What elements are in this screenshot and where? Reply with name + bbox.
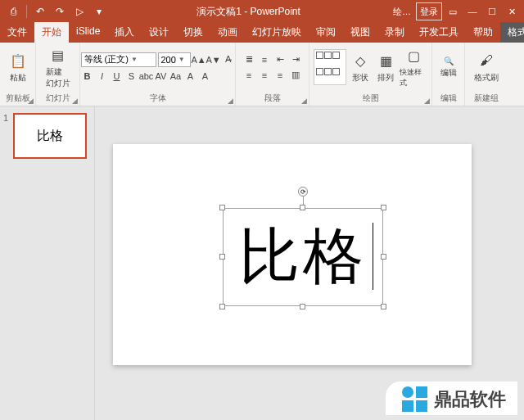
title-bar: ⎙ ↶ ↷ ▷ ▾ 演示文稿1 - PowerPoint 绘… 登录 ▭ — ☐… — [0, 0, 524, 23]
arrange-icon: ▦ — [376, 51, 395, 70]
align-left-icon[interactable]: ≡ — [242, 69, 255, 82]
minimize-icon[interactable]: — — [463, 2, 481, 20]
arrange-button[interactable]: ▦排列 — [374, 51, 397, 84]
thumbnail-preview[interactable]: 比格 — [13, 113, 87, 159]
dialog-launcher-icon[interactable]: ◢ — [301, 97, 307, 105]
font-style-button[interactable]: B — [81, 70, 94, 83]
resize-handle[interactable] — [219, 254, 225, 260]
align-right-icon[interactable]: ≡ — [273, 69, 287, 82]
tab-格式[interactable]: 格式 — [500, 22, 524, 43]
new-slide-icon: ▤ — [48, 45, 68, 65]
maximize-icon[interactable]: ☐ — [483, 2, 501, 20]
resize-handle[interactable] — [219, 205, 225, 210]
tab-幻灯片放映[interactable]: 幻灯片放映 — [245, 22, 309, 43]
close-icon[interactable]: ✕ — [503, 2, 521, 20]
font-style-button[interactable]: A — [184, 70, 197, 83]
paste-button[interactable]: 📋粘贴 — [3, 51, 32, 84]
draw-tools-label: 绘… — [390, 2, 414, 20]
resize-handle[interactable] — [381, 205, 386, 210]
numbering-icon[interactable]: ≡ — [258, 53, 271, 66]
tab-设计[interactable]: 设计 — [142, 22, 176, 43]
dialog-launcher-icon[interactable]: ◢ — [424, 97, 430, 105]
group-clipboard: 📋粘贴 剪贴板◢ — [0, 43, 36, 106]
font-style-button[interactable]: AV — [155, 70, 168, 83]
resize-handle[interactable] — [219, 304, 225, 309]
group-label: 新建组 — [465, 92, 508, 106]
shapes-gallery[interactable] — [314, 49, 346, 85]
tab-帮助[interactable]: 帮助 — [466, 22, 500, 43]
font-size-combo[interactable]: 200▼ — [158, 52, 191, 67]
new-slide-button[interactable]: ▤新建 幻灯片 — [43, 45, 74, 89]
ribbon-options-icon[interactable]: ▭ — [444, 2, 462, 20]
columns-icon[interactable]: ▥ — [289, 69, 302, 82]
font-style-button[interactable]: A — [199, 70, 212, 83]
group-label: 编辑 — [432, 92, 464, 106]
group-drawing: ◇形状 ▦排列 ▢快速样式 绘图◢ — [309, 43, 432, 106]
work-area: 1 比格 ⟳ 比格 — [0, 106, 524, 420]
bullets-icon[interactable]: ≣ — [242, 53, 255, 66]
font-style-button[interactable]: Aa — [169, 70, 183, 83]
clear-format-icon[interactable]: A̶ — [222, 53, 235, 66]
tab-插入[interactable]: 插入 — [107, 22, 142, 43]
shapes-icon: ◇ — [350, 51, 370, 70]
group-editing: 🔍编辑 编辑 — [432, 43, 465, 106]
resize-handle[interactable] — [381, 304, 386, 309]
save-icon[interactable]: ⎙ — [5, 3, 21, 20]
text-content[interactable]: 比格 — [226, 211, 380, 303]
font-style-button[interactable]: abc — [140, 70, 153, 83]
tab-开始[interactable]: 开始 — [34, 22, 69, 43]
resize-handle[interactable] — [300, 304, 305, 309]
ribbon-tabs: 文件开始iSlide插入设计切换动画幻灯片放映审阅视图录制开发工具帮助格式 💡 … — [0, 23, 524, 43]
tab-视图[interactable]: 视图 — [343, 22, 377, 43]
dialog-launcher-icon[interactable]: ◢ — [28, 97, 34, 105]
resize-handle[interactable] — [300, 205, 305, 210]
tab-开发工具[interactable]: 开发工具 — [412, 22, 466, 43]
watermark-text: 鼎品软件 — [434, 387, 506, 412]
quickstyle-button[interactable]: ▢快速样式 — [400, 46, 427, 88]
tab-iSlide[interactable]: iSlide — [69, 22, 107, 43]
group-slides: ▤新建 幻灯片 幻灯片◢ — [36, 43, 80, 106]
format-painter-button[interactable]: 🖌格式刷 — [471, 51, 502, 84]
dialog-launcher-icon[interactable]: ◢ — [228, 97, 233, 105]
find-icon: 🔍 — [444, 56, 454, 65]
slideshow-icon[interactable]: ▷ — [71, 3, 88, 20]
decrease-font-icon[interactable]: A▼ — [207, 53, 220, 66]
tab-审阅[interactable]: 审阅 — [309, 22, 343, 43]
quick-access-toolbar: ⎙ ↶ ↷ ▷ ▾ — [0, 3, 107, 20]
text-box[interactable]: ⟳ 比格 — [223, 208, 383, 306]
thumbnail-number: 1 — [3, 113, 10, 159]
rotate-handle[interactable]: ⟳ — [298, 187, 308, 196]
outdent-icon[interactable]: ⇥ — [289, 53, 302, 66]
group-label: 字体◢ — [80, 92, 235, 106]
font-name-combo[interactable]: 等线 (正文)▼ — [81, 52, 156, 67]
tab-文件[interactable]: 文件 — [0, 22, 34, 43]
thumbnail-pane[interactable]: 1 比格 — [0, 106, 95, 420]
tab-录制[interactable]: 录制 — [377, 22, 412, 43]
signin-button[interactable]: 登录 — [416, 2, 442, 20]
tab-动画[interactable]: 动画 — [210, 22, 245, 43]
font-style-button[interactable]: U — [111, 70, 124, 83]
resize-handle[interactable] — [381, 254, 386, 260]
paste-icon: 📋 — [8, 51, 28, 70]
shapes-button[interactable]: ◇形状 — [349, 51, 372, 84]
watermark-logo-icon — [402, 386, 427, 412]
font-style-button[interactable]: I — [96, 70, 109, 83]
tab-切换[interactable]: 切换 — [176, 22, 210, 43]
group-newgroup: 🖌格式刷 新建组 — [465, 43, 508, 106]
chevron-down-icon: ▼ — [178, 56, 185, 63]
chevron-down-icon: ▼ — [131, 56, 138, 63]
qat-more-icon[interactable]: ▾ — [91, 3, 107, 20]
group-font: 等线 (正文)▼ 200▼ A▲ A▼ A̶ BIUSabcAVAaAA 字体◢ — [80, 43, 236, 106]
slide[interactable]: ⟳ 比格 — [113, 144, 472, 365]
slide-canvas[interactable]: ⟳ 比格 — [95, 106, 524, 420]
increase-font-icon[interactable]: A▲ — [192, 53, 206, 66]
indent-icon[interactable]: ⇤ — [273, 53, 287, 66]
group-label: 绘图◢ — [309, 92, 431, 106]
find-button[interactable]: 🔍编辑 — [440, 56, 457, 79]
thumbnail-item[interactable]: 1 比格 — [0, 113, 94, 159]
align-center-icon[interactable]: ≡ — [258, 69, 271, 82]
undo-icon[interactable]: ↶ — [32, 3, 48, 20]
redo-icon[interactable]: ↷ — [52, 3, 68, 20]
dialog-launcher-icon[interactable]: ◢ — [72, 97, 78, 105]
font-style-button[interactable]: S — [125, 70, 138, 83]
